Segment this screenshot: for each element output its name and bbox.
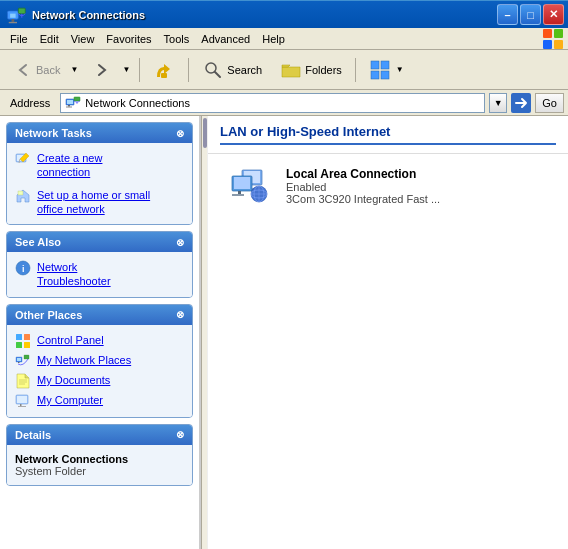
network-tasks-header[interactable]: Network Tasks ⊗	[7, 123, 192, 143]
window-icon	[6, 4, 28, 26]
search-button[interactable]: Search	[195, 54, 269, 86]
forward-dropdown-arrow: ▼	[122, 65, 130, 74]
my-network-text: My Network Places	[37, 353, 131, 367]
section-title: LAN or High-Speed Internet	[220, 124, 556, 145]
svg-rect-32	[16, 334, 22, 340]
svg-rect-21	[74, 97, 80, 101]
wizard-icon	[15, 151, 31, 167]
svg-rect-16	[381, 71, 389, 79]
svg-rect-13	[371, 61, 379, 69]
svg-rect-19	[68, 105, 70, 107]
troubleshooter-link[interactable]: NetworkTroubleshooter	[37, 261, 111, 287]
menu-favorites[interactable]: Favorites	[100, 31, 157, 47]
my-computer-icon	[15, 393, 31, 409]
back-button-group[interactable]: Back ▼	[6, 54, 81, 86]
address-bar: Address Network Connections ▼ Go	[0, 90, 568, 116]
svg-rect-53	[238, 191, 241, 194]
title-bar: Network Connections – □ ✕	[0, 0, 568, 28]
window-title: Network Connections	[32, 9, 145, 21]
svg-rect-3	[9, 21, 17, 22]
minimize-button[interactable]: –	[497, 4, 518, 25]
svg-rect-37	[17, 358, 21, 361]
details-folder-name: Network Connections	[15, 453, 184, 465]
other-places-header[interactable]: Other Places ⊗	[7, 305, 192, 325]
my-network-item[interactable]: My Network Places	[13, 351, 186, 371]
forward-button[interactable]	[85, 54, 119, 86]
back-icon	[13, 60, 33, 80]
setup-home-item[interactable]: Set up a home or smalloffice network	[13, 186, 186, 219]
see-also-collapse: ⊗	[176, 237, 184, 248]
connection-status: Enabled	[286, 181, 440, 193]
menu-edit[interactable]: Edit	[34, 31, 65, 47]
details-title: Details	[15, 429, 51, 441]
my-computer-item[interactable]: My Computer	[13, 391, 186, 411]
go-button[interactable]: Go	[535, 93, 564, 113]
control-panel-text: Control Panel	[37, 333, 104, 347]
svg-rect-45	[20, 404, 22, 406]
svg-text:i: i	[22, 264, 25, 274]
create-connection-link[interactable]: Create a newconnection	[37, 152, 102, 178]
search-label: Search	[227, 64, 262, 76]
setup-home-link[interactable]: Set up a home or smalloffice network	[37, 189, 150, 215]
svg-rect-10	[161, 73, 167, 78]
view-icon	[369, 59, 391, 81]
toolbar-sep-1	[139, 58, 140, 82]
svg-rect-38	[18, 362, 20, 363]
svg-rect-7	[554, 29, 563, 38]
my-computer-link[interactable]: My Computer	[37, 394, 103, 406]
network-tasks-body: Create a newconnection Set up a home or …	[7, 143, 192, 224]
menu-file[interactable]: File	[4, 31, 34, 47]
back-dropdown-arrow: ▼	[70, 65, 78, 74]
setup-home-text: Set up a home or smalloffice network	[37, 188, 150, 217]
svg-rect-14	[381, 61, 389, 69]
network-tasks-section: Network Tasks ⊗ Create a newconnection	[6, 122, 193, 225]
svg-rect-34	[16, 342, 22, 348]
control-panel-item[interactable]: Control Panel	[13, 331, 186, 351]
toolbar: Back ▼ ▼ Search	[0, 50, 568, 90]
control-panel-link[interactable]: Control Panel	[37, 334, 104, 346]
info-icon: i	[15, 260, 31, 276]
address-input[interactable]: Network Connections	[60, 93, 485, 113]
view-dropdown-arrow: ▼	[396, 65, 404, 74]
panel-divider	[200, 116, 208, 549]
create-connection-item[interactable]: Create a newconnection	[13, 149, 186, 182]
svg-rect-9	[554, 40, 563, 49]
svg-rect-8	[543, 40, 552, 49]
my-documents-link[interactable]: My Documents	[37, 374, 110, 386]
forward-button-group[interactable]: ▼	[85, 54, 133, 86]
details-section: Details ⊗ Network Connections System Fol…	[6, 424, 193, 486]
maximize-button[interactable]: □	[520, 4, 541, 25]
control-panel-icon	[15, 333, 31, 349]
svg-rect-35	[24, 342, 30, 348]
svg-rect-52	[234, 177, 250, 189]
view-button[interactable]: ▼	[362, 54, 411, 86]
up-button[interactable]	[146, 54, 182, 86]
forward-dropdown[interactable]: ▼	[119, 54, 133, 86]
svg-rect-4	[18, 8, 25, 14]
svg-rect-18	[67, 100, 73, 104]
see-also-header[interactable]: See Also ⊗	[7, 232, 192, 252]
menu-help[interactable]: Help	[256, 31, 291, 47]
details-collapse: ⊗	[176, 429, 184, 440]
address-dropdown[interactable]: ▼	[489, 93, 507, 113]
folders-button[interactable]: Folders	[273, 54, 349, 86]
menu-advanced[interactable]: Advanced	[195, 31, 256, 47]
local-area-connection-item[interactable]: Local Area Connection Enabled 3Com 3C920…	[208, 154, 568, 218]
menu-tools[interactable]: Tools	[158, 31, 196, 47]
back-dropdown[interactable]: ▼	[67, 54, 81, 86]
my-network-icon	[15, 353, 31, 369]
svg-line-12	[215, 72, 220, 77]
my-documents-icon	[15, 373, 31, 389]
right-panel: LAN or High-Speed Internet	[208, 116, 568, 549]
my-documents-text: My Documents	[37, 373, 110, 387]
svg-rect-46	[18, 406, 26, 407]
close-button[interactable]: ✕	[543, 4, 564, 25]
svg-rect-15	[371, 71, 379, 79]
troubleshooter-item[interactable]: i NetworkTroubleshooter	[13, 258, 186, 291]
details-header[interactable]: Details ⊗	[7, 425, 192, 445]
my-documents-item[interactable]: My Documents	[13, 371, 186, 391]
menu-view[interactable]: View	[65, 31, 101, 47]
svg-rect-39	[24, 355, 29, 359]
back-button[interactable]: Back	[6, 54, 67, 86]
my-network-link[interactable]: My Network Places	[37, 354, 131, 366]
